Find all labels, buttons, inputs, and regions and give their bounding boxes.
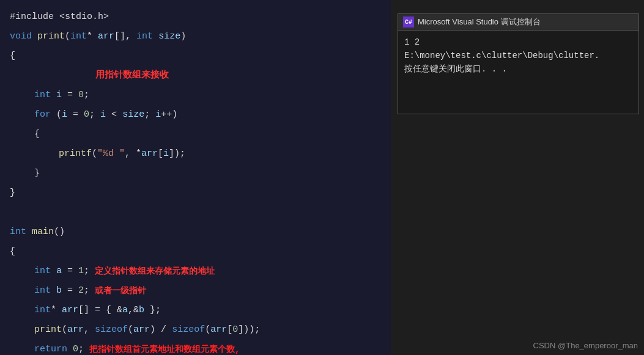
watermark: CSDN @The_emperoor_man	[533, 341, 638, 350]
code-line-for: for (i = 0; i < size; i++)	[10, 105, 382, 125]
code-line-open3: {	[10, 242, 382, 262]
code-line-int-b: int b = 2; 或者一级指针	[10, 281, 382, 301]
console-output-line3: 按任意键关闭此窗口. . .	[404, 62, 632, 76]
console-output-line2: E:\money\test.c\clutter\Debug\clutter.	[404, 49, 632, 62]
code-line-func-decl: void print(int* arr[], int size)	[10, 27, 382, 46]
code-line-blank	[10, 203, 382, 222]
console-titlebar: C# Microsoft Visual Studio 调试控制台	[398, 14, 638, 31]
code-line-print-call: print(arr, sizeof(arr) / sizeof(arr[0]))…	[10, 320, 382, 340]
vs-icon: C#	[403, 16, 414, 27]
code-line-close1: }	[10, 183, 382, 203]
code-line-close2: }	[10, 164, 382, 183]
code-editor: #include <stdio.h> void print(int* arr[]…	[0, 0, 391, 355]
console-title: Microsoft Visual Studio 调试控制台	[418, 16, 541, 27]
code-line-open2: {	[10, 125, 382, 144]
code-line-main: int main()	[10, 222, 382, 242]
code-line-int-i: int i = 0;	[10, 86, 382, 105]
console-window: C# Microsoft Visual Studio 调试控制台 1 2 E:\…	[398, 13, 639, 114]
code-line-return: return 0; 把指针数组首元素地址和数组元素个数,	[10, 340, 382, 355]
code-line-printf: printf("%d ", *arr[i]);	[10, 144, 382, 164]
code-line-arr-decl: int* arr[] = { &a,&b };	[10, 301, 382, 320]
code-line-annotation1: 用指针数组来接收	[10, 66, 382, 86]
code-line-int-a: int a = 1; 定义指针数组来存储元素的地址	[10, 262, 382, 281]
console-output-line1: 1 2	[404, 35, 632, 49]
code-line-open1: {	[10, 46, 382, 66]
console-body: 1 2 E:\money\test.c\clutter\Debug\clutte…	[398, 31, 638, 81]
code-line-include: #include <stdio.h>	[10, 7, 382, 27]
